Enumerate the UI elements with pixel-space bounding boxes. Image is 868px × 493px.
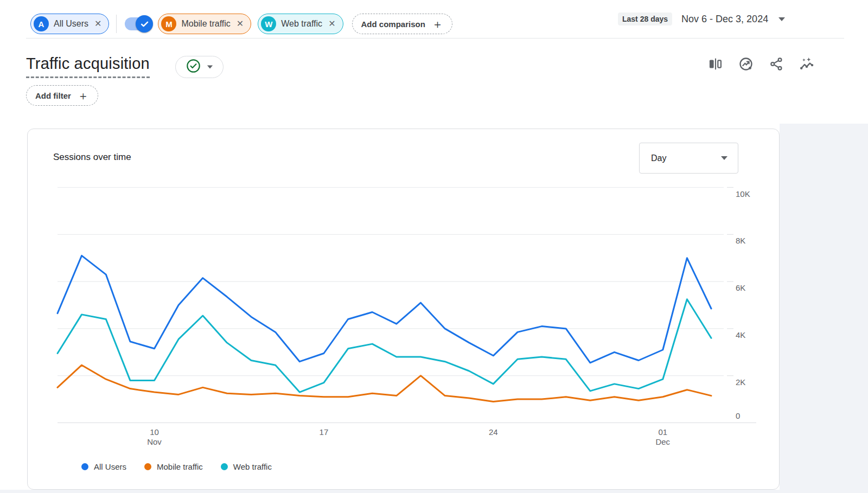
- page-title: Traffic acquisition: [26, 55, 150, 78]
- close-icon[interactable]: ✕: [237, 20, 244, 28]
- chevron-down-icon: [721, 156, 727, 160]
- date-range-picker[interactable]: Last 28 days Nov 6 - Dec 3, 2024: [618, 0, 785, 38]
- web-traffic-avatar: W: [261, 16, 276, 31]
- right-gutter: [780, 124, 868, 493]
- y-tick-label: 8K: [736, 236, 745, 245]
- x-tick-label: 17: [320, 427, 329, 437]
- legend-label: All Users: [94, 462, 126, 471]
- chart-title: Sessions over time: [53, 152, 131, 163]
- divider: [26, 38, 844, 39]
- chip-label: Mobile traffic: [181, 19, 230, 29]
- legend-label: Mobile traffic: [157, 462, 203, 471]
- add-comparison-label: Add comparison: [361, 20, 425, 29]
- bottom-gutter: [0, 490, 868, 493]
- series-line-mobile-traffic[interactable]: [58, 365, 711, 401]
- plus-icon: ＋: [432, 18, 443, 30]
- date-range-value: Nov 6 - Dec 3, 2024: [681, 14, 768, 25]
- green-check-icon: [186, 59, 201, 75]
- y-tick-label: 0: [736, 411, 740, 420]
- x-tick-label: 24: [489, 427, 498, 437]
- y-tick-label: 6K: [736, 283, 745, 292]
- chart-legend: All UsersMobile trafficWeb traffic: [81, 462, 272, 471]
- add-filter-label: Add filter: [35, 91, 71, 100]
- compare-icon[interactable]: [707, 56, 723, 72]
- y-tick-label: 4K: [736, 330, 745, 340]
- series-line-all-users[interactable]: [58, 255, 711, 362]
- trend-sparkle-icon[interactable]: [799, 56, 814, 72]
- y-tick-label: 2K: [736, 377, 745, 387]
- chevron-down-icon: [207, 66, 212, 69]
- comparison-chip-web-traffic[interactable]: W Web traffic ✕: [258, 14, 343, 34]
- report-toolbar: [707, 56, 814, 72]
- all-users-avatar: A: [34, 16, 49, 31]
- mobile-traffic-avatar: M: [161, 16, 176, 31]
- sessions-chart[interactable]: 02K4K6K8K10K10Nov172401Dec: [28, 178, 780, 471]
- legend-dot-icon: [81, 463, 88, 470]
- comparison-bar: A All Users ✕ M Mobile traffic ✕ W Web t…: [30, 13, 452, 35]
- legend-dot-icon: [144, 463, 151, 470]
- chip-label: Web traffic: [281, 19, 322, 29]
- x-tick-label: 01: [658, 427, 667, 437]
- granularity-value: Day: [651, 153, 666, 163]
- sessions-over-time-card: Sessions over time Day 02K4K6K8K10K10Nov…: [27, 129, 780, 490]
- x-tick-label: 10: [150, 427, 159, 437]
- insights-icon[interactable]: [738, 56, 754, 72]
- analytics-report-page: A All Users ✕ M Mobile traffic ✕ W Web t…: [0, 0, 868, 493]
- add-filter-button[interactable]: Add filter ＋: [26, 85, 98, 106]
- legend-item: Mobile traffic: [144, 462, 203, 471]
- legend-dot-icon: [221, 463, 228, 470]
- report-status-dropdown[interactable]: [175, 56, 224, 78]
- granularity-select[interactable]: Day: [639, 143, 738, 174]
- chevron-down-icon: [778, 17, 785, 21]
- comparison-chip-all-users[interactable]: A All Users ✕: [30, 14, 109, 34]
- add-comparison-button[interactable]: Add comparison ＋: [352, 14, 452, 34]
- close-icon[interactable]: ✕: [328, 20, 335, 28]
- x-tick-month-label: Dec: [655, 437, 670, 446]
- close-icon[interactable]: ✕: [94, 20, 101, 28]
- x-tick-month-label: Nov: [147, 437, 162, 446]
- comparison-toggle[interactable]: [124, 15, 153, 33]
- legend-item: Web traffic: [221, 462, 272, 471]
- chip-label: All Users: [54, 19, 88, 29]
- legend-label: Web traffic: [233, 462, 272, 471]
- plus-icon: ＋: [78, 90, 89, 101]
- legend-item: All Users: [81, 462, 126, 471]
- date-range-preset-badge: Last 28 days: [618, 12, 672, 25]
- y-tick-label: 10K: [736, 189, 750, 199]
- share-icon[interactable]: [768, 56, 784, 72]
- comparison-chip-mobile-traffic[interactable]: M Mobile traffic ✕: [158, 14, 251, 34]
- divider: [116, 15, 117, 33]
- toggle-thumb-check-icon: [136, 15, 153, 33]
